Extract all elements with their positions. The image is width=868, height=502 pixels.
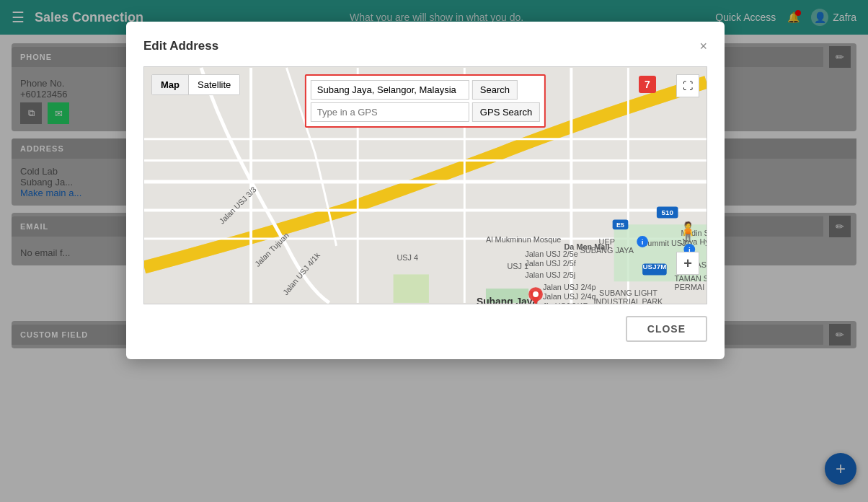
map-zoom-in-button[interactable]: + xyxy=(676,252,699,275)
edit-address-modal: Edit Address × xyxy=(126,22,725,359)
address-search-input[interactable] xyxy=(311,80,469,100)
svg-text:Jalan USJ 2/4q: Jalan USJ 2/4q xyxy=(543,292,596,301)
modal-header: Edit Address × xyxy=(143,39,707,53)
svg-text:Jalan USJ 2/5e: Jalan USJ 2/5e xyxy=(525,250,578,258)
map-fullscreen-button[interactable]: ⛶ xyxy=(676,74,699,97)
map-tab-map[interactable]: Map xyxy=(152,75,188,94)
modal-close-x-button[interactable]: × xyxy=(699,40,707,53)
svg-text:Jln USJ 2/4R: Jln USJ 2/4R xyxy=(543,301,589,304)
pegman-icon[interactable]: 🧍 xyxy=(676,217,699,246)
modal-title: Edit Address xyxy=(143,39,218,53)
svg-text:510: 510 xyxy=(661,208,673,216)
map-search-overlay: Search GPS Search xyxy=(305,74,546,128)
svg-text:USJ7M: USJ7M xyxy=(642,263,666,271)
svg-text:TAMAN SUBA: TAMAN SUBA xyxy=(675,274,707,283)
modal-footer: CLOSE xyxy=(143,316,707,342)
svg-text:E5: E5 xyxy=(616,221,624,229)
gps-search-button[interactable]: GPS Search xyxy=(472,102,540,122)
svg-text:Jalan USJ 2/5j: Jalan USJ 2/5j xyxy=(525,270,575,279)
zoom-plus-icon: + xyxy=(683,255,692,272)
svg-text:SUBANG LIGHT: SUBANG LIGHT xyxy=(599,289,657,297)
svg-text:Jalan USJ 2/5f: Jalan USJ 2/5f xyxy=(525,259,577,268)
svg-text:USJ 4: USJ 4 xyxy=(397,253,419,262)
map-container: 510 E5 USJ7M Subang Jaya UEP SUBANG JAYA… xyxy=(143,66,707,304)
svg-text:PERMAI: PERMAI xyxy=(675,283,705,291)
svg-text:INDUSTRIAL PARK: INDUSTRIAL PARK xyxy=(593,297,663,304)
svg-rect-13 xyxy=(394,274,429,302)
gps-search-input[interactable] xyxy=(311,102,469,122)
svg-text:Al Mukminun Mosque: Al Mukminun Mosque xyxy=(486,235,561,244)
map-result-badge: 7 xyxy=(639,76,656,93)
svg-text:Subang Jaya: Subang Jaya xyxy=(477,296,539,304)
search-button[interactable]: Search xyxy=(472,80,518,100)
svg-text:Jalan USJ 2/4p: Jalan USJ 2/4p xyxy=(543,283,596,291)
fullscreen-icon: ⛶ xyxy=(683,80,693,92)
svg-text:i: i xyxy=(642,238,644,246)
close-button[interactable]: CLOSE xyxy=(626,316,707,342)
svg-point-54 xyxy=(533,291,539,297)
map-type-controls: Map Satellite xyxy=(151,74,240,95)
map-tab-satellite[interactable]: Satellite xyxy=(189,75,239,94)
